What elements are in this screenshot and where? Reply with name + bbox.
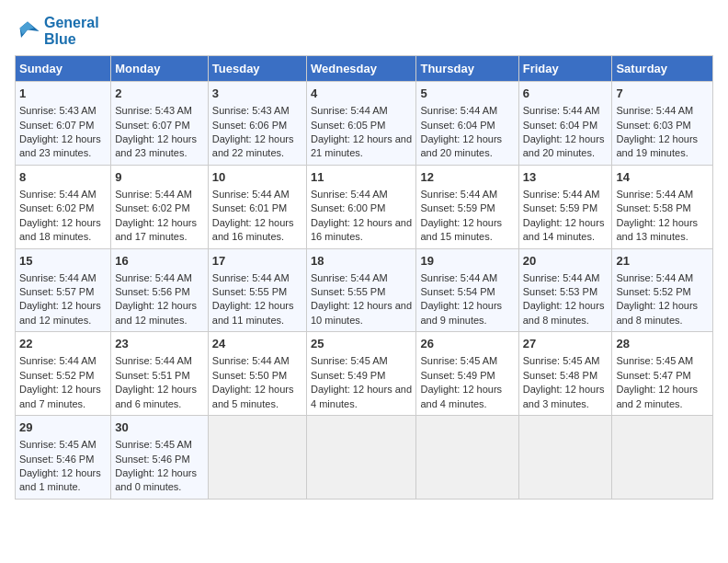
sunset-text: Sunset: 5:46 PM	[19, 454, 94, 465]
daylight-text: Daylight: 12 hours and 2 minutes.	[616, 384, 698, 408]
sunset-text: Sunset: 5:59 PM	[523, 202, 597, 213]
sunset-text: Sunset: 5:48 PM	[523, 370, 597, 381]
daylight-text: Daylight: 12 hours and 15 minutes.	[420, 217, 502, 242]
sunrise-text: Sunrise: 5:43 AM	[212, 105, 290, 116]
sunset-text: Sunset: 5:53 PM	[523, 286, 597, 297]
day-number: 15	[19, 253, 107, 270]
week-row-5: 29Sunrise: 5:45 AMSunset: 5:46 PMDayligh…	[16, 416, 713, 500]
daylight-text: Daylight: 12 hours and 6 minutes.	[115, 384, 197, 408]
calendar-cell: 15Sunrise: 5:44 AMSunset: 5:57 PMDayligh…	[16, 248, 111, 332]
calendar-cell: 11Sunrise: 5:44 AMSunset: 6:00 PMDayligh…	[306, 165, 415, 248]
calendar-cell	[518, 416, 612, 500]
day-number: 7	[616, 86, 709, 102]
sunset-text: Sunset: 6:04 PM	[420, 120, 495, 131]
sunrise-text: Sunrise: 5:44 AM	[212, 189, 290, 200]
daylight-text: Daylight: 12 hours and 20 minutes.	[523, 133, 605, 158]
sunrise-text: Sunrise: 5:44 AM	[616, 189, 693, 200]
calendar-cell: 7Sunrise: 5:44 AMSunset: 6:03 PMDaylight…	[612, 82, 713, 166]
header: General Blue	[15, 15, 713, 48]
day-number: 25	[311, 336, 412, 352]
sunset-text: Sunset: 5:52 PM	[19, 370, 94, 381]
sunrise-text: Sunrise: 5:44 AM	[115, 272, 192, 283]
calendar-cell: 3Sunrise: 5:43 AMSunset: 6:06 PMDaylight…	[208, 82, 306, 166]
calendar-cell: 18Sunrise: 5:44 AMSunset: 5:55 PMDayligh…	[306, 248, 415, 332]
calendar-cell: 1Sunrise: 5:43 AMSunset: 6:07 PMDaylight…	[16, 82, 111, 166]
calendar-cell: 6Sunrise: 5:44 AMSunset: 6:04 PMDaylight…	[518, 82, 612, 166]
day-number: 14	[616, 169, 709, 186]
day-number: 6	[523, 86, 609, 102]
daylight-text: Daylight: 12 hours and 7 minutes.	[19, 384, 101, 408]
day-number: 13	[523, 169, 609, 186]
sunrise-text: Sunrise: 5:44 AM	[311, 189, 388, 200]
calendar-table: SundayMondayTuesdayWednesdayThursdayFrid…	[15, 55, 713, 500]
daylight-text: Daylight: 12 hours and 23 minutes.	[115, 133, 197, 158]
calendar-cell: 23Sunrise: 5:44 AMSunset: 5:51 PMDayligh…	[111, 332, 209, 416]
day-number: 12	[420, 169, 514, 186]
week-row-4: 22Sunrise: 5:44 AMSunset: 5:52 PMDayligh…	[16, 332, 713, 416]
calendar-cell: 10Sunrise: 5:44 AMSunset: 6:01 PMDayligh…	[208, 165, 306, 248]
day-number: 20	[523, 253, 609, 270]
daylight-text: Daylight: 12 hours and 12 minutes.	[115, 300, 197, 325]
sunset-text: Sunset: 5:59 PM	[420, 202, 495, 213]
sunrise-text: Sunrise: 5:43 AM	[115, 105, 192, 116]
sunrise-text: Sunrise: 5:44 AM	[311, 105, 388, 116]
calendar-cell: 25Sunrise: 5:45 AMSunset: 5:49 PMDayligh…	[306, 332, 415, 416]
day-number: 2	[115, 86, 204, 102]
day-number: 22	[19, 336, 107, 352]
sunset-text: Sunset: 6:02 PM	[19, 202, 94, 213]
calendar-cell: 16Sunrise: 5:44 AMSunset: 5:56 PMDayligh…	[111, 248, 209, 332]
sunrise-text: Sunrise: 5:44 AM	[523, 189, 600, 200]
daylight-text: Daylight: 12 hours and 3 minutes.	[523, 384, 605, 408]
day-number: 29	[19, 419, 107, 436]
calendar-cell: 21Sunrise: 5:44 AMSunset: 5:52 PMDayligh…	[612, 248, 713, 332]
daylight-text: Daylight: 12 hours and 16 minutes.	[212, 217, 294, 242]
day-number: 16	[115, 253, 204, 270]
sunset-text: Sunset: 6:02 PM	[115, 202, 189, 213]
sunrise-text: Sunrise: 5:44 AM	[523, 272, 600, 283]
sunset-text: Sunset: 5:58 PM	[616, 202, 690, 213]
sunrise-text: Sunrise: 5:45 AM	[115, 439, 192, 450]
sunrise-text: Sunrise: 5:45 AM	[311, 355, 388, 366]
daylight-text: Daylight: 12 hours and 16 minutes.	[311, 217, 412, 242]
calendar-cell: 5Sunrise: 5:44 AMSunset: 6:04 PMDaylight…	[416, 82, 518, 166]
sunrise-text: Sunrise: 5:44 AM	[19, 355, 97, 366]
day-number: 24	[212, 336, 302, 352]
sunrise-text: Sunrise: 5:44 AM	[115, 189, 192, 200]
day-number: 23	[115, 336, 204, 352]
sunrise-text: Sunrise: 5:45 AM	[420, 355, 497, 366]
logo: General Blue	[15, 15, 99, 48]
day-number: 21	[616, 253, 709, 270]
day-number: 10	[212, 169, 302, 186]
sunset-text: Sunset: 5:55 PM	[212, 286, 287, 297]
calendar-cell	[306, 416, 415, 500]
sunrise-text: Sunrise: 5:44 AM	[616, 105, 693, 116]
sunrise-text: Sunrise: 5:44 AM	[420, 189, 497, 200]
calendar-cell: 27Sunrise: 5:45 AMSunset: 5:48 PMDayligh…	[518, 332, 612, 416]
sunset-text: Sunset: 6:04 PM	[523, 120, 597, 131]
column-header-monday: Monday	[111, 56, 209, 82]
calendar-cell	[416, 416, 518, 500]
calendar-cell: 26Sunrise: 5:45 AMSunset: 5:49 PMDayligh…	[416, 332, 518, 416]
calendar-cell: 22Sunrise: 5:44 AMSunset: 5:52 PMDayligh…	[16, 332, 111, 416]
calendar-cell: 4Sunrise: 5:44 AMSunset: 6:05 PMDaylight…	[306, 82, 415, 166]
sunrise-text: Sunrise: 5:44 AM	[115, 355, 192, 366]
column-header-tuesday: Tuesday	[208, 56, 306, 82]
week-row-2: 8Sunrise: 5:44 AMSunset: 6:02 PMDaylight…	[16, 165, 713, 248]
daylight-text: Daylight: 12 hours and 4 minutes.	[420, 384, 502, 408]
sunrise-text: Sunrise: 5:44 AM	[311, 272, 388, 283]
sunset-text: Sunset: 6:00 PM	[311, 202, 385, 213]
day-number: 27	[523, 336, 609, 352]
calendar-cell: 19Sunrise: 5:44 AMSunset: 5:54 PMDayligh…	[416, 248, 518, 332]
daylight-text: Daylight: 12 hours and 17 minutes.	[115, 217, 197, 242]
daylight-text: Daylight: 12 hours and 9 minutes.	[420, 300, 502, 325]
day-number: 3	[212, 86, 302, 102]
sunrise-text: Sunrise: 5:44 AM	[420, 105, 497, 116]
calendar-cell	[612, 416, 713, 500]
sunset-text: Sunset: 5:46 PM	[115, 454, 189, 465]
calendar-cell: 14Sunrise: 5:44 AMSunset: 5:58 PMDayligh…	[612, 165, 713, 248]
daylight-text: Daylight: 12 hours and 1 minute.	[19, 467, 101, 492]
column-header-thursday: Thursday	[416, 56, 518, 82]
sunset-text: Sunset: 5:50 PM	[212, 370, 287, 381]
daylight-text: Daylight: 12 hours and 19 minutes.	[616, 133, 698, 158]
daylight-text: Daylight: 12 hours and 22 minutes.	[212, 133, 294, 158]
